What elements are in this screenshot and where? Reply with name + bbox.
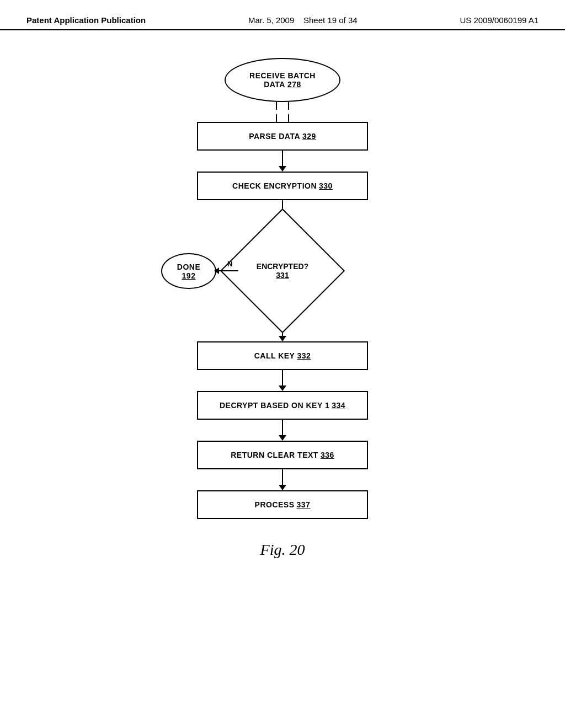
encrypted-label: ENCRYPTED? [257,262,308,271]
receive-batch-label2: DATA [264,80,285,89]
parse-data-num: 329 [302,132,316,141]
date: Mar. 5, 2009 [248,15,294,25]
parse-data-label: PARSE DATA [249,132,300,141]
encrypted-num: 331 [276,271,289,280]
date-sheet: Mar. 5, 2009 Sheet 19 of 34 [248,15,358,25]
call-key-label: CALL KEY [254,351,295,360]
return-clear-num: 336 [321,451,334,459]
page-container: Patent Application Publication Mar. 5, 2… [0,0,565,559]
process-label: PROCESS [255,500,295,509]
decrypt-label: DECRYPT BASED ON KEY 1 [220,401,329,410]
n-label: N [227,260,232,268]
call-key-num: 332 [297,351,311,360]
patent-number: US 2009/0060199 A1 [460,15,539,25]
decrypt-num: 334 [332,401,345,410]
node-check-encryption: CHECK ENCRYPTION 330 [197,172,368,200]
arrow-big [276,102,289,122]
n-branch-arrowhead [214,267,219,274]
process-num: 337 [297,500,311,509]
sheet: Sheet 19 of 34 [303,15,358,25]
node-call-key: CALL KEY 332 [197,341,368,370]
return-clear-label: RETURN CLEAR TEXT [231,451,318,459]
diamond-section: DONE 192 ENCRYPTED? 331 N [117,221,448,320]
node-return-clear: RETURN CLEAR TEXT 336 [197,441,368,469]
receive-batch-label: RECEIVE BATCH [249,71,316,80]
diagram-area: RECEIVE BATCH DATA 278 PARSE DATA [0,30,565,559]
check-encryption-label: CHECK ENCRYPTION [232,181,317,190]
node-receive-batch: RECEIVE BATCH DATA 278 [225,58,340,102]
node-process: PROCESS 337 [197,490,368,519]
check-encryption-num: 330 [319,181,333,190]
node-parse-data: PARSE DATA 329 [197,122,368,151]
publication-label: Patent Application Publication [26,15,146,25]
figure-caption: Fig. 20 [260,541,305,559]
page-header: Patent Application Publication Mar. 5, 2… [0,0,565,30]
receive-batch-num: 278 [287,80,301,89]
node-decrypt: DECRYPT BASED ON KEY 1 334 [197,391,368,420]
